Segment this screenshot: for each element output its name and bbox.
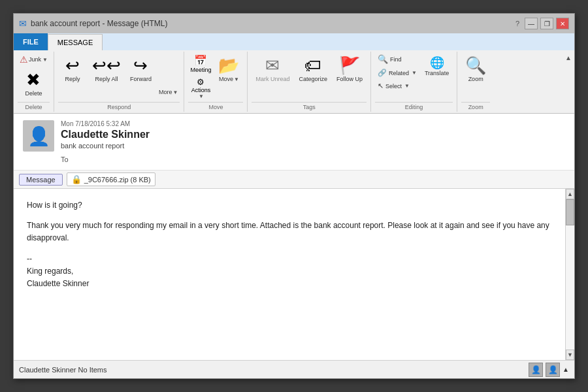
ribbon: ⚠ Junk ▼ ✖ Delete Delete ↩ Reply — [14, 50, 574, 114]
message-tab[interactable]: Message — [19, 174, 63, 186]
scroll-thumb[interactable] — [566, 199, 574, 225]
ribbon-tab-bar: FILE MESSAGE — [14, 33, 574, 50]
title-bar-left: ✉ bank account report - Message (HTML) — [19, 18, 167, 29]
attachment-file[interactable]: 🔒 _9C67666.zip (8 KB) — [67, 172, 155, 186]
ribbon-group-move: 📅 Meeting ⚙ Actions ▼ 📂 Move ▼ — [184, 52, 248, 112]
email-window: ✉ bank account report - Message (HTML) ?… — [13, 13, 575, 379]
body-greeting: How is it going? — [27, 199, 552, 212]
reply-all-button[interactable]: ↩↩ Reply All — [88, 53, 125, 85]
title-bar: ✉ bank account report - Message (HTML) ?… — [14, 14, 574, 33]
follow-up-icon: 🚩 — [339, 56, 360, 76]
select-icon: ↖ — [378, 82, 384, 90]
reply-icon: ↩ — [65, 56, 80, 76]
status-right: 👤 👤 ▲ — [529, 363, 569, 377]
related-icon: 🔗 — [378, 69, 387, 77]
delete-group-label: Delete — [18, 102, 50, 110]
email-meta: Mon 7/18/2016 5:32 AM Claudette Skinner … — [61, 120, 565, 150]
status-sender: Claudette Skinner — [19, 366, 76, 374]
email-from: Claudette Skinner — [61, 129, 565, 140]
zoom-group-label: Zoom — [461, 102, 490, 110]
ribbon-group-editing: 🔍 Find 🔗 Related ▼ ↖ Select ▼ � — [371, 52, 457, 112]
more-dropdown-arrow: ▼ — [172, 90, 178, 95]
more-button[interactable]: More ▼ — [157, 88, 180, 101]
editing-group-content: 🔍 Find 🔗 Related ▼ ↖ Select ▼ � — [375, 53, 453, 101]
categorize-icon: 🏷 — [304, 56, 321, 76]
sender-row: 👤 Mon 7/18/2016 5:32 AM Claudette Skinne… — [23, 120, 565, 152]
email-to-row: To — [23, 155, 565, 163]
title-bar-controls: ? — ❐ ✕ — [515, 18, 569, 29]
move-group-label: Move — [188, 102, 243, 110]
related-dropdown-arrow: ▼ — [412, 70, 417, 76]
find-button[interactable]: 🔍 Find — [375, 53, 419, 65]
translate-icon: 🌐 — [430, 56, 444, 70]
actions-button[interactable]: ⚙ Actions ▼ — [189, 76, 213, 101]
categorize-button[interactable]: 🏷 Categorize — [295, 53, 331, 85]
ribbon-group-delete: ⚠ Junk ▼ ✖ Delete Delete — [14, 52, 54, 112]
avatar-icon: 👤 — [27, 125, 50, 147]
move-button[interactable]: 📂 Move ▼ — [214, 53, 243, 85]
body-signature: -- King regards, Claudette Skinner — [27, 253, 552, 291]
delete-button[interactable]: ✖ Delete — [19, 67, 48, 99]
reply-button[interactable]: ↩ Reply — [58, 53, 87, 85]
editing-group-label: Editing — [375, 102, 453, 110]
respond-group-label: Respond — [58, 102, 180, 110]
attachment-bar: Message 🔒 _9C67666.zip (8 KB) — [14, 171, 574, 189]
meeting-icon: 📅 — [194, 54, 207, 67]
vertical-scrollbar[interactable]: ▲ ▼ — [565, 189, 574, 360]
scroll-down-arrow[interactable]: ▼ — [566, 350, 574, 360]
minimize-btn[interactable]: — — [525, 18, 538, 29]
help-btn[interactable]: ? — [515, 20, 519, 27]
junk-icon: ⚠ — [20, 54, 28, 65]
attachment-filename: _9C67666.zip (8 KB) — [84, 176, 151, 184]
zoom-group-content: 🔍 Zoom — [461, 53, 490, 101]
select-button[interactable]: ↖ Select ▼ — [375, 80, 419, 91]
ribbon-group-respond: ↩ Reply ↩↩ Reply All ↪ Forward More ▼ — [54, 52, 184, 112]
tab-file[interactable]: FILE — [14, 33, 48, 50]
email-body: How is it going? Thank you very much for… — [14, 189, 565, 360]
forward-icon: ↪ — [133, 56, 148, 76]
mark-unread-button[interactable]: ✉ Mark Unread — [252, 53, 293, 85]
related-button[interactable]: 🔗 Related ▼ — [375, 67, 419, 78]
respond-group-content: ↩ Reply ↩↩ Reply All ↪ Forward More ▼ — [58, 53, 180, 101]
find-icon: 🔍 — [378, 54, 388, 64]
forward-button[interactable]: ↪ Forward — [126, 53, 155, 85]
move-dropdown-arrow: ▼ — [234, 76, 239, 82]
email-date: Mon 7/18/2016 5:32 AM — [61, 120, 565, 127]
delete-icon: ✖ — [26, 70, 41, 90]
email-subject: bank account report — [61, 142, 565, 150]
actions-dropdown-arrow: ▼ — [199, 93, 204, 99]
scroll-track[interactable] — [566, 199, 574, 350]
to-label: To — [61, 155, 69, 163]
email-header: 👤 Mon 7/18/2016 5:32 AM Claudette Skinne… — [14, 114, 574, 171]
outlook-icon: ✉ — [19, 18, 27, 29]
status-avatar-2[interactable]: 👤 — [546, 363, 560, 377]
body-paragraph: Thank you very much for responding my em… — [27, 220, 552, 244]
scroll-up-arrow[interactable]: ▲ — [566, 189, 574, 199]
status-text: Claudette Skinner No Items — [19, 366, 107, 374]
status-avatar-1[interactable]: 👤 — [529, 363, 543, 377]
actions-icon: ⚙ — [197, 77, 204, 87]
meeting-button[interactable]: 📅 Meeting — [188, 53, 213, 74]
zoom-button[interactable]: 🔍 Zoom — [461, 53, 490, 85]
tags-group-content: ✉ Mark Unread 🏷 Categorize 🚩 Follow Up — [252, 53, 367, 101]
tab-message[interactable]: MESSAGE — [48, 34, 103, 51]
delete-group-content: ⚠ Junk ▼ ✖ Delete — [18, 53, 50, 101]
mark-unread-icon: ✉ — [265, 56, 280, 76]
translate-button[interactable]: 🌐 Translate — [421, 53, 453, 79]
avatar: 👤 — [23, 120, 54, 152]
close-btn[interactable]: ✕ — [556, 18, 569, 29]
status-expand-arrow[interactable]: ▲ — [563, 366, 569, 373]
zoom-icon: 🔍 — [465, 56, 486, 76]
select-dropdown-arrow: ▼ — [404, 83, 410, 89]
follow-up-button[interactable]: 🚩 Follow Up — [333, 53, 367, 85]
ribbon-group-tags: ✉ Mark Unread 🏷 Categorize 🚩 Follow Up T… — [248, 52, 371, 112]
tags-group-label: Tags — [252, 102, 367, 110]
reply-all-icon: ↩↩ — [92, 56, 121, 76]
ribbon-group-zoom: 🔍 Zoom Zoom — [457, 52, 494, 112]
window-title: bank account report - Message (HTML) — [31, 19, 167, 28]
move-icon: 📂 — [218, 56, 239, 76]
junk-dropdown-arrow: ▼ — [42, 57, 48, 63]
restore-btn[interactable]: ❐ — [540, 18, 553, 29]
ribbon-collapse[interactable]: ▲ — [565, 52, 574, 112]
junk-button[interactable]: ⚠ Junk ▼ — [18, 53, 50, 66]
